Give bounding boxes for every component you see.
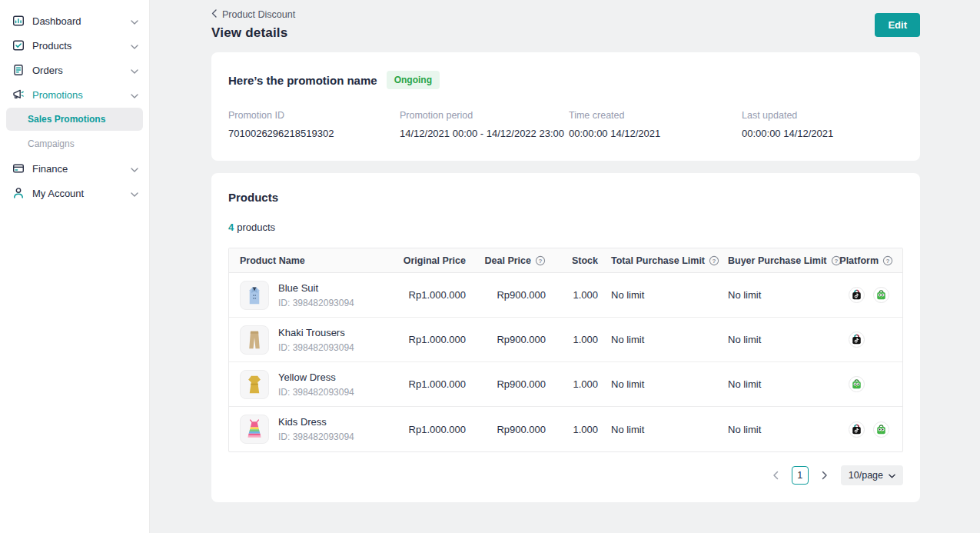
column-header-deal-price: Deal Price ? <box>466 255 546 266</box>
sidebar-item-finance[interactable]: Finance <box>0 156 149 181</box>
total-purchase-limit-cell: No limit <box>598 289 728 301</box>
products-card: Products 4products Product Name Original… <box>211 173 920 502</box>
sidebar-item-label: Dashboard <box>32 15 131 27</box>
next-page-button[interactable] <box>816 466 834 485</box>
platform-cell <box>843 376 902 392</box>
sidebar-item-promotions[interactable]: Promotions <box>0 82 149 107</box>
previous-page-button[interactable] <box>766 466 785 485</box>
column-header-platform: Platform ? <box>843 255 902 266</box>
buyer-purchase-limit-cell: No limit <box>728 289 843 301</box>
product-name: Kids Dress <box>278 416 354 428</box>
sidebar-subitem-label: Sales Promotions <box>28 114 105 125</box>
products-count-label: products <box>237 222 275 233</box>
column-header-product-name: Product Name <box>229 255 400 266</box>
product-id: ID: 398482093094 <box>278 342 354 353</box>
buyer-purchase-limit-cell: No limit <box>728 378 843 390</box>
sidebar-subitem-label: Campaigns <box>28 138 75 149</box>
promotion-field: Time created 00:00:00 14/12/2021 <box>569 110 742 139</box>
table-header-row: Product Name Original Price Deal Price ?… <box>229 248 902 273</box>
current-page[interactable]: 1 <box>792 466 809 485</box>
total-purchase-limit-cell: No limit <box>598 334 728 345</box>
sidebar-item-my-account[interactable]: My Account <box>0 181 149 205</box>
column-header-total-purchase-limit: Total Purchase Limit ? <box>598 255 728 266</box>
column-header-buyer-purchase-limit: Buyer Purchase Limit ? <box>728 255 843 266</box>
svg-text:?: ? <box>834 257 838 264</box>
total-purchase-limit-cell: No limit <box>598 378 728 390</box>
tokopedia-icon <box>849 376 865 392</box>
sidebar-item-label: Promotions <box>32 89 131 101</box>
sidebar-item-label: Orders <box>32 65 131 76</box>
table-row: Kids Dress ID: 398482093094 Rp1.000.000 … <box>229 407 902 451</box>
chevron-down-icon <box>131 89 138 101</box>
platform-cell <box>843 331 902 348</box>
help-icon[interactable]: ? <box>535 255 546 266</box>
original-price-cell: Rp1.000.000 <box>400 378 466 390</box>
edit-button[interactable]: Edit <box>875 13 920 37</box>
sidebar-item-dashboard[interactable]: Dashboard <box>0 8 149 33</box>
original-price-cell: Rp1.000.000 <box>400 424 466 435</box>
field-value: 14/12/2021 00:00 - 14/12/2022 23:00 <box>400 128 569 139</box>
field-value: 00:00:00 14/12/2021 <box>742 128 903 139</box>
product-id: ID: 398482093094 <box>278 298 354 308</box>
stock-cell: 1.000 <box>546 334 598 345</box>
page-size-value: 10/page <box>849 470 883 481</box>
deal-price-cell: Rp900.000 <box>466 334 546 345</box>
product-thumbnail <box>240 415 269 444</box>
chevron-down-icon <box>131 188 138 199</box>
chevron-down-icon <box>131 15 138 27</box>
product-name: Yellow Dress <box>278 371 354 383</box>
table-row: Khaki Trousers ID: 398482093094 Rp1.000.… <box>229 318 902 362</box>
products-icon <box>12 38 25 52</box>
tokopedia-icon <box>873 287 889 303</box>
field-value: 00:00:00 14/12/2021 <box>569 128 742 139</box>
sidebar-item-label: Finance <box>32 163 131 175</box>
megaphone-icon <box>12 88 25 102</box>
chevron-left-icon <box>211 9 217 20</box>
products-count: 4products <box>228 222 903 233</box>
promotion-summary-card: Here’s the promotion name Ongoing Promot… <box>211 52 920 161</box>
chevron-down-icon <box>131 65 138 76</box>
sidebar-item-campaigns[interactable]: Campaigns <box>0 132 149 156</box>
page-size-select[interactable]: 10/page <box>841 465 903 485</box>
product-name: Blue Suit <box>278 282 354 294</box>
user-icon <box>12 186 25 200</box>
field-label: Last updated <box>742 110 903 121</box>
field-label: Promotion ID <box>228 110 400 121</box>
column-header-stock: Stock <box>546 255 598 266</box>
product-thumbnail <box>240 281 269 310</box>
sidebar-item-orders[interactable]: Orders <box>0 58 149 82</box>
chevron-down-icon <box>131 163 138 175</box>
sidebar-item-sales-promotions[interactable]: Sales Promotions <box>6 108 143 131</box>
sidebar: Dashboard Products Orders <box>0 0 150 533</box>
table-row: Yellow Dress ID: 398482093094 Rp1.000.00… <box>229 362 902 407</box>
help-icon[interactable]: ? <box>882 255 893 266</box>
field-label: Promotion period <box>400 110 569 121</box>
sidebar-item-label: My Account <box>32 188 131 199</box>
deal-price-cell: Rp900.000 <box>466 378 546 390</box>
sidebar-item-products[interactable]: Products <box>0 33 149 58</box>
field-label: Time created <box>569 110 742 121</box>
promotion-field: Last updated 00:00:00 14/12/2021 <box>742 110 903 139</box>
product-name: Khaki Trousers <box>278 327 354 338</box>
status-badge: Ongoing <box>387 71 440 89</box>
tiktok-shop-icon <box>849 331 865 348</box>
product-id: ID: 398482093094 <box>278 431 354 442</box>
svg-text:?: ? <box>713 257 716 264</box>
tiktok-shop-icon <box>849 421 865 438</box>
products-table: Product Name Original Price Deal Price ?… <box>228 248 903 452</box>
table-row: Blue Suit ID: 398482093094 Rp1.000.000 R… <box>229 273 902 318</box>
orders-icon <box>12 63 25 77</box>
buyer-purchase-limit-cell: No limit <box>728 424 843 435</box>
platform-cell <box>843 421 902 438</box>
finance-icon <box>12 162 25 175</box>
help-icon[interactable]: ? <box>709 255 719 266</box>
chevron-down-icon <box>131 40 138 52</box>
promotion-name: Here’s the promotion name <box>228 74 377 87</box>
field-value: 7010026296218519302 <box>228 128 400 139</box>
page-title: View details <box>211 25 295 41</box>
products-count-number: 4 <box>228 222 234 233</box>
breadcrumb[interactable]: Product Discount <box>211 9 295 20</box>
breadcrumb-label: Product Discount <box>222 9 295 20</box>
promotion-field: Promotion ID 7010026296218519302 <box>228 110 400 139</box>
chevron-down-icon <box>889 470 895 481</box>
